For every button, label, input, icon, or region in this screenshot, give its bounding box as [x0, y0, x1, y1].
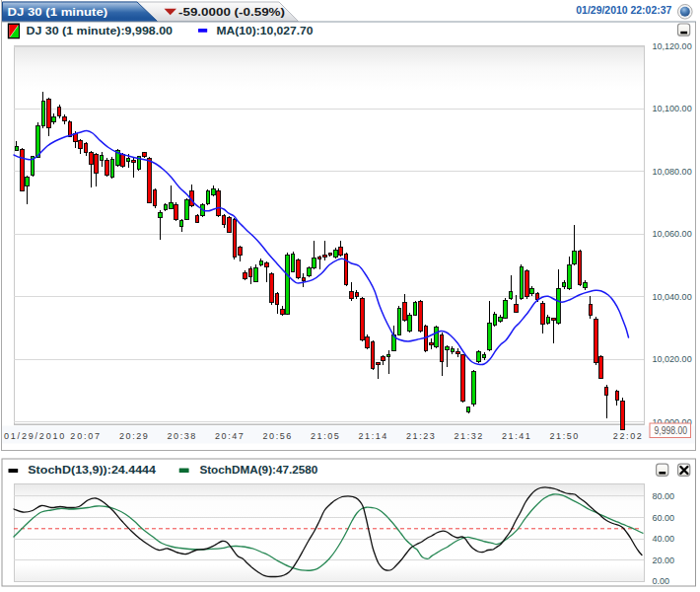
- svg-text:10,080.00: 10,080.00: [653, 167, 692, 177]
- svg-text:20:56: 20:56: [262, 431, 293, 441]
- svg-text:MA(10):10,027.70: MA(10):10,027.70: [217, 26, 315, 37]
- svg-text:10,040.00: 10,040.00: [653, 292, 692, 302]
- svg-text:40.00: 40.00: [653, 534, 675, 544]
- svg-text:21:23: 21:23: [406, 431, 437, 441]
- svg-text:StochD(13,9)):24.4444: StochD(13,9)):24.4444: [28, 465, 156, 476]
- svg-text:20:38: 20:38: [167, 431, 197, 441]
- svg-text:21:41: 21:41: [502, 431, 532, 441]
- svg-text:01/29/2010 20:07: 01/29/2010 20:07: [4, 431, 102, 441]
- svg-text:10,020.00: 10,020.00: [653, 354, 692, 364]
- svg-text:60.00: 60.00: [653, 513, 675, 523]
- svg-text:10,100.00: 10,100.00: [653, 104, 692, 113]
- svg-text:80.00: 80.00: [653, 491, 675, 501]
- svg-text:20:47: 20:47: [215, 431, 245, 441]
- svg-text:22:02: 22:02: [613, 431, 644, 441]
- svg-text:0.00: 0.00: [653, 576, 670, 586]
- svg-text:20:29: 20:29: [119, 431, 150, 441]
- svg-text:10,060.00: 10,060.00: [653, 229, 692, 239]
- svg-text:-59.0000 (-0.59%): -59.0000 (-0.59%): [178, 6, 285, 18]
- svg-text:DJ 30 (1 minute): DJ 30 (1 minute): [8, 6, 108, 18]
- svg-text:20.00: 20.00: [653, 555, 675, 565]
- svg-text:9,998.00: 9,998.00: [655, 424, 688, 436]
- svg-text:01/29/2010 22:02:37: 01/29/2010 22:02:37: [576, 4, 671, 16]
- svg-text:21:05: 21:05: [311, 431, 341, 441]
- svg-text:21:32: 21:32: [454, 431, 484, 441]
- svg-text:DJ 30 (1 minute):9,998.00: DJ 30 (1 minute):9,998.00: [27, 26, 174, 37]
- svg-text:21:14: 21:14: [358, 431, 388, 441]
- svg-text:21:50: 21:50: [549, 431, 580, 441]
- svg-text:StochDMA(9):47.2580: StochDMA(9):47.2580: [199, 465, 317, 476]
- svg-text:10,120.00: 10,120.00: [653, 41, 692, 51]
